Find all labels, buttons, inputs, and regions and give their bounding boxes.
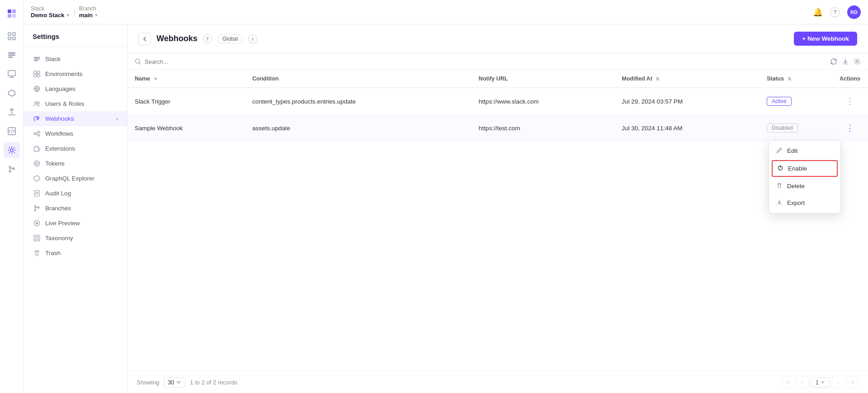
nav-dashboard-icon[interactable]	[4, 28, 20, 44]
nav-settings-icon[interactable]	[4, 142, 20, 158]
svg-rect-50	[843, 63, 848, 65]
sidebar-label-users-roles: Users & Roles	[45, 100, 84, 107]
context-menu: Edit Enable Delete Export	[769, 140, 841, 213]
svg-rect-3	[12, 14, 16, 18]
page-prev-button[interactable]: ‹	[796, 376, 809, 388]
sidebar-item-extensions[interactable]: Extensions	[24, 141, 127, 156]
edit-icon	[776, 147, 783, 155]
svg-rect-24	[37, 75, 40, 77]
nav-schema-icon[interactable]	[4, 85, 20, 101]
nav-code-icon[interactable]	[4, 123, 20, 139]
svg-rect-18	[34, 57, 40, 58]
branches-menu-icon	[33, 205, 41, 212]
table-body: Slack Trigger content_types.products.ent…	[127, 88, 868, 142]
status-badge-active: Active	[767, 97, 792, 106]
avatar[interactable]: RD	[847, 5, 861, 19]
webhooks-table-container: Name ▼ Condition Notify URL Modified At …	[127, 53, 868, 371]
svg-rect-45	[34, 235, 36, 237]
icon-navigation	[0, 0, 24, 393]
per-page-select[interactable]: 30	[164, 377, 185, 388]
cell-condition-2: assets.update	[245, 115, 472, 142]
cell-url-1: https://www.slack.com	[472, 88, 614, 115]
new-webhook-label: + New Webhook	[802, 35, 849, 42]
branch-selector[interactable]: main ▼	[79, 12, 99, 19]
page-header: Webhooks ? Global i + New Webhook	[127, 24, 868, 53]
sidebar-label-taxonomy: Taxonomy	[45, 235, 73, 241]
context-menu-delete[interactable]: Delete	[769, 178, 840, 194]
sidebar-label-webhooks: Webhooks	[45, 115, 74, 122]
svg-rect-48	[38, 239, 40, 241]
taxonomy-menu-icon	[33, 235, 41, 241]
sidebar-label-workflows: Workflows	[45, 130, 73, 137]
svg-rect-20	[34, 60, 38, 61]
table-header: Name ▼ Condition Notify URL Modified At …	[127, 70, 868, 88]
col-modified-at[interactable]: Modified At ⇅	[614, 70, 760, 88]
col-name[interactable]: Name ▼	[127, 70, 245, 88]
svg-point-29	[34, 133, 36, 135]
sidebar-label-tokens: Tokens	[45, 160, 65, 167]
search-input[interactable]	[145, 58, 826, 65]
sidebar-label-environments: Environments	[45, 71, 83, 77]
sidebar-title: Settings	[24, 24, 127, 47]
context-menu-enable[interactable]: Enable	[772, 160, 838, 177]
help-circle-icon[interactable]: ?	[203, 34, 212, 43]
cell-name-2: Sample Webhook	[127, 115, 245, 142]
sidebar-item-webhooks[interactable]: Webhooks ›	[24, 111, 127, 126]
col-notify-url: Notify URL	[472, 70, 614, 88]
nav-content-icon[interactable]	[4, 47, 20, 63]
sidebar-item-environments[interactable]: Environments	[24, 66, 127, 81]
sidebar-label-live-preview: Live Preview	[45, 220, 80, 227]
global-badge[interactable]: Global	[217, 34, 243, 43]
context-menu-export[interactable]: Export	[769, 194, 840, 211]
stack-selector[interactable]: Demo Stack ▼	[31, 12, 70, 19]
row-actions-button-1[interactable]: ⋮	[842, 95, 858, 108]
sidebar-item-branches[interactable]: Branches	[24, 201, 127, 216]
svg-rect-19	[34, 59, 40, 60]
nav-publish-icon[interactable]	[4, 104, 20, 120]
sidebar-item-stack[interactable]: Stack	[24, 52, 127, 66]
notification-icon[interactable]: 🔔	[813, 7, 823, 17]
app-logo-icon[interactable]	[4, 5, 20, 22]
sidebar-item-workflows[interactable]: Workflows	[24, 126, 127, 141]
svg-rect-0	[8, 9, 11, 13]
svg-point-30	[38, 131, 40, 133]
new-webhook-button[interactable]: + New Webhook	[794, 32, 857, 46]
sidebar-item-tokens[interactable]: Tokens	[24, 156, 127, 171]
sidebar-item-graphql[interactable]: GraphQL Explorer	[24, 171, 127, 186]
page-last-button[interactable]: »	[846, 376, 859, 388]
context-menu-edit[interactable]: Edit	[769, 142, 840, 159]
svg-point-15	[9, 166, 11, 168]
sidebar-item-users-roles[interactable]: Users & Roles	[24, 96, 127, 111]
page-number: 1	[811, 377, 830, 388]
top-header: Stack Demo Stack ▼ | Branch main ▼ 🔔 ? R…	[24, 0, 868, 24]
back-button[interactable]	[138, 33, 151, 45]
sidebar-item-live-preview[interactable]: Live Preview	[24, 216, 127, 231]
cell-modified-1: Jul 29, 2024 03:57 PM	[614, 88, 760, 115]
row-actions-button-2[interactable]: ⋮	[842, 121, 858, 135]
table-settings-icon[interactable]	[854, 58, 861, 65]
environments-menu-icon	[33, 71, 41, 77]
sidebar-item-trash[interactable]: Trash	[24, 246, 127, 260]
refresh-icon[interactable]	[830, 58, 837, 65]
sort-icon-modified: ⇅	[656, 76, 659, 81]
help-icon[interactable]: ?	[830, 7, 840, 17]
nav-branches-icon[interactable]	[4, 161, 20, 177]
info-circle-icon[interactable]: i	[248, 34, 257, 43]
nav-assets-icon[interactable]	[4, 66, 20, 82]
sidebar-item-audit-log[interactable]: Audit Log	[24, 186, 127, 201]
cell-status-2: Disabled	[760, 115, 832, 142]
table-toolbar	[127, 53, 868, 70]
table-footer: Showing 30 1 to 2 of 2 records « ‹ 1 › »	[127, 371, 868, 393]
sidebar-item-taxonomy[interactable]: Taxonomy	[24, 231, 127, 246]
page-first-button[interactable]: «	[782, 376, 794, 388]
cell-actions-2: ⋮	[832, 115, 868, 142]
svg-point-49	[136, 59, 140, 63]
power-icon	[777, 165, 783, 172]
audit-log-menu-icon	[33, 190, 41, 197]
page-next-button[interactable]: ›	[832, 376, 844, 388]
export-icon[interactable]	[842, 58, 849, 65]
svg-rect-2	[8, 14, 11, 18]
webhooks-table: Name ▼ Condition Notify URL Modified At …	[127, 70, 868, 142]
col-status[interactable]: Status ⇅	[760, 70, 832, 88]
sidebar-item-languages[interactable]: Languages	[24, 81, 127, 96]
